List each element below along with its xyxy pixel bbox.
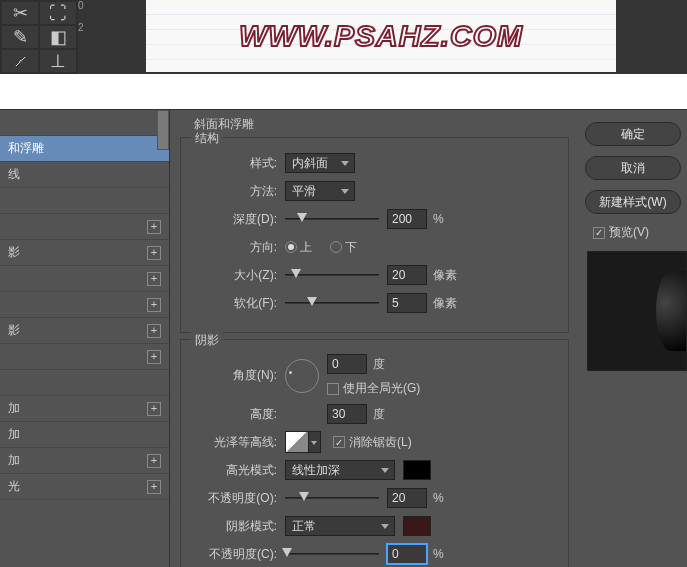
dialog-buttons-column: 确定 取消 新建样式(W) ✓ 预览(V) bbox=[579, 110, 687, 567]
dir-up-label: 上 bbox=[300, 239, 312, 256]
stamp-tool-icon[interactable]: ⊥ bbox=[40, 50, 76, 72]
soften-input[interactable] bbox=[387, 293, 427, 313]
cancel-button[interactable]: 取消 bbox=[585, 156, 681, 180]
add-effect-icon[interactable]: + bbox=[147, 402, 161, 416]
sidebar-style-item[interactable] bbox=[0, 110, 169, 136]
group-label-shadow: 阴影 bbox=[191, 332, 223, 349]
preview-checkbox[interactable]: ✓ bbox=[593, 227, 605, 239]
depth-input[interactable] bbox=[387, 209, 427, 229]
style-label: 样式: bbox=[191, 155, 277, 172]
group-label-structure: 结构 bbox=[191, 130, 223, 147]
sidebar-style-item[interactable]: 影+ bbox=[0, 318, 169, 344]
logo-text: WWW.PSAHZ.COM bbox=[239, 19, 523, 53]
sidebar-item-glow[interactable]: 光+ bbox=[0, 474, 169, 500]
method-dropdown[interactable]: 平滑 bbox=[285, 181, 355, 201]
slice-tool-icon[interactable]: ⛶ bbox=[40, 2, 76, 24]
altitude-unit: 度 bbox=[373, 406, 385, 423]
shadow-opacity-input[interactable] bbox=[387, 544, 427, 564]
altitude-input[interactable] bbox=[327, 404, 367, 424]
altitude-label: 高度: bbox=[191, 406, 277, 423]
add-effect-icon[interactable]: + bbox=[147, 272, 161, 286]
sidebar-style-item[interactable] bbox=[0, 370, 169, 396]
add-effect-icon[interactable]: + bbox=[147, 454, 161, 468]
add-effect-icon[interactable]: + bbox=[147, 480, 161, 494]
sidebar-style-item[interactable]: + bbox=[0, 292, 169, 318]
structure-group: 结构 样式: 内斜面 方法: 平滑 深度(D): % 方向: 上 下 bbox=[180, 137, 569, 333]
style-dropdown[interactable]: 内斜面 bbox=[285, 153, 355, 173]
ruler-tool-icon[interactable]: ◧ bbox=[40, 26, 76, 48]
size-label: 大小(Z): bbox=[191, 267, 277, 284]
app-header: ✂ ⛶ ✎ ◧ ⟋ ⊥ 02 WWW.PSAHZ.COM bbox=[0, 0, 687, 74]
ok-button[interactable]: 确定 bbox=[585, 122, 681, 146]
settings-panel: 斜面和浮雕 结构 样式: 内斜面 方法: 平滑 深度(D): % 方向: 上 bbox=[170, 110, 579, 567]
gloss-contour-picker[interactable] bbox=[285, 431, 309, 453]
sidebar-item-overlay[interactable]: 加+ bbox=[0, 396, 169, 422]
dir-down-label: 下 bbox=[345, 239, 357, 256]
soften-unit: 像素 bbox=[433, 295, 457, 312]
angle-input[interactable] bbox=[327, 354, 367, 374]
soften-slider[interactable] bbox=[285, 295, 379, 311]
direction-label: 方向: bbox=[191, 239, 277, 256]
add-effect-icon[interactable]: + bbox=[147, 298, 161, 312]
soften-label: 软化(F): bbox=[191, 295, 277, 312]
sidebar-item-overlay[interactable]: 加 bbox=[0, 422, 169, 448]
depth-unit: % bbox=[433, 212, 444, 226]
angle-unit: 度 bbox=[373, 356, 385, 373]
global-light-checkbox[interactable] bbox=[327, 383, 339, 395]
sidebar-item-bevel-emboss[interactable]: 和浮雕 bbox=[0, 136, 169, 162]
shadow-opacity-unit: % bbox=[433, 547, 444, 561]
size-input[interactable] bbox=[387, 265, 427, 285]
scrollbar-thumb[interactable] bbox=[157, 110, 169, 150]
sidebar-item-contour[interactable]: 线 bbox=[0, 162, 169, 188]
method-label: 方法: bbox=[191, 183, 277, 200]
antialias-checkbox[interactable]: ✓ bbox=[333, 436, 345, 448]
gloss-contour-dropdown-icon[interactable] bbox=[309, 431, 321, 453]
direction-down-radio[interactable] bbox=[330, 241, 342, 253]
sidebar-style-item[interactable] bbox=[0, 188, 169, 214]
sidebar-item-inner-shadow[interactable]: 影+ bbox=[0, 240, 169, 266]
shadow-group: 阴影 角度(N): 度 使用全局光(G) 高度: bbox=[180, 339, 569, 567]
sidebar-item-overlay[interactable]: 加+ bbox=[0, 448, 169, 474]
angle-label: 角度(N): bbox=[191, 367, 277, 384]
preview-thumbnail bbox=[587, 251, 687, 371]
highlight-color-swatch[interactable] bbox=[403, 460, 431, 480]
canvas-area: 02 WWW.PSAHZ.COM bbox=[78, 0, 687, 74]
gloss-contour-label: 光泽等高线: bbox=[191, 434, 277, 451]
size-slider[interactable] bbox=[285, 267, 379, 283]
preview-shape bbox=[656, 271, 686, 351]
depth-slider[interactable] bbox=[285, 211, 379, 227]
global-light-label: 使用全局光(G) bbox=[343, 380, 420, 397]
highlight-mode-dropdown[interactable]: 线性加深 bbox=[285, 460, 395, 480]
crop-tool-icon[interactable]: ✂ bbox=[2, 2, 38, 24]
add-effect-icon[interactable]: + bbox=[147, 350, 161, 364]
styles-sidebar: 和浮雕 线 + 影+ + + 影+ + 加+ 加 加+ 光+ bbox=[0, 110, 170, 567]
depth-label: 深度(D): bbox=[191, 211, 277, 228]
shadow-mode-label: 阴影模式: bbox=[191, 518, 277, 535]
shadow-color-swatch[interactable] bbox=[403, 516, 431, 536]
sidebar-style-item[interactable]: + bbox=[0, 344, 169, 370]
size-unit: 像素 bbox=[433, 267, 457, 284]
add-effect-icon[interactable]: + bbox=[147, 220, 161, 234]
antialias-label: 消除锯齿(L) bbox=[349, 434, 412, 451]
highlight-opacity-input[interactable] bbox=[387, 488, 427, 508]
new-style-button[interactable]: 新建样式(W) bbox=[585, 190, 681, 214]
add-effect-icon[interactable]: + bbox=[147, 324, 161, 338]
direction-up-radio[interactable] bbox=[285, 241, 297, 253]
shadow-opacity-label: 不透明度(C): bbox=[191, 546, 277, 563]
brush-tool-icon[interactable]: ⟋ bbox=[2, 50, 38, 72]
eyedropper-icon[interactable]: ✎ bbox=[2, 26, 38, 48]
add-effect-icon[interactable]: + bbox=[147, 246, 161, 260]
sidebar-style-item[interactable]: + bbox=[0, 214, 169, 240]
angle-dial[interactable] bbox=[285, 359, 319, 393]
shadow-mode-dropdown[interactable]: 正常 bbox=[285, 516, 395, 536]
ruler-marks: 02 bbox=[78, 0, 84, 33]
sidebar-style-item[interactable]: + bbox=[0, 266, 169, 292]
tool-palette: ✂ ⛶ ✎ ◧ ⟋ ⊥ bbox=[0, 0, 78, 74]
highlight-opacity-unit: % bbox=[433, 491, 444, 505]
highlight-opacity-label: 不透明度(O): bbox=[191, 490, 277, 507]
layer-style-dialog: 和浮雕 线 + 影+ + + 影+ + 加+ 加 加+ 光+ 斜面和浮雕 结构 … bbox=[0, 109, 687, 567]
highlight-opacity-slider[interactable] bbox=[285, 490, 379, 506]
panel-title: 斜面和浮雕 bbox=[180, 110, 569, 137]
document-canvas: WWW.PSAHZ.COM bbox=[146, 0, 616, 72]
shadow-opacity-slider[interactable] bbox=[285, 546, 379, 562]
